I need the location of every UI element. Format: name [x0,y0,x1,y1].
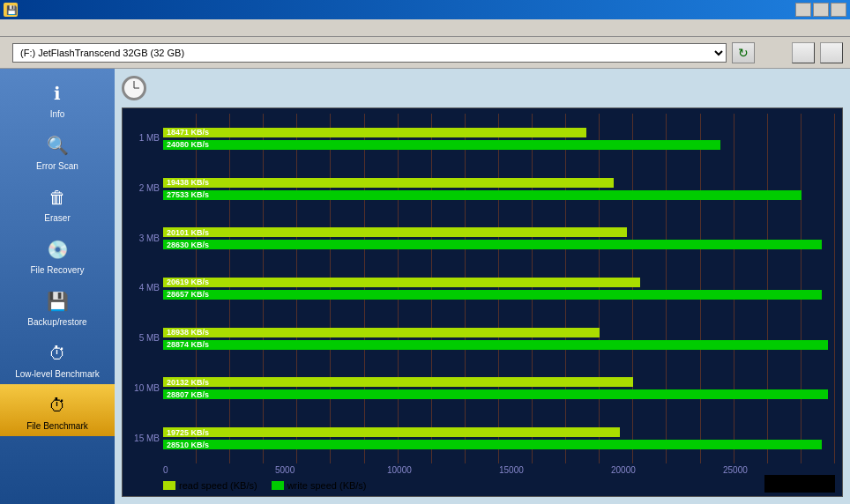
sidebar-item-low-level-benchmark[interactable]: ⏱Low-level Benchmark [0,332,115,384]
y-label-4MB: 4 MB [139,284,160,293]
read-bar: 19438 KB/s [163,178,614,188]
sidebar-item-file-benchmark[interactable]: ⏱File Benchmark [0,384,115,436]
bar-group-1MB: 18471 KB/s24080 KB/s [163,127,835,151]
bar-group-5MB: 18938 KB/s28874 KB/s [163,327,835,351]
read-bar: 20619 KB/s [163,278,640,287]
eraser-icon: 🗑 [41,182,73,213]
error-scan-icon: 🔍 [41,130,73,161]
write-bar-row: 27533 KB/s [163,189,835,201]
minimize-button[interactable] [795,3,811,17]
file-benchmark-icon: ⏱ [41,389,73,421]
info-icon: ℹ [41,78,73,109]
x-axis-label: 5000 [275,465,387,475]
app-icon: 💾 [4,3,18,17]
read-value: 20101 KB/s [167,228,209,237]
write-bar: 28807 KB/s [163,389,828,399]
chart-body: 1 MB2 MB3 MB4 MB5 MB10 MB15 MB 18471 KB/… [126,114,835,463]
x-axis: 0500010000150002000025000 [163,463,835,475]
bar-group-3MB: 20101 KB/s28630 KB/s [163,226,835,250]
x-axis-label: 20000 [611,465,723,475]
backup-restore-label: Backup/restore [27,317,86,327]
content-area: 1 MB2 MB3 MB4 MB5 MB10 MB15 MB 18471 KB/… [115,69,850,504]
sidebar-item-error-scan[interactable]: 🔍Error Scan [0,124,115,176]
benchmark-icon [122,76,146,100]
write-bar-row: 28807 KB/s [163,389,835,400]
write-bar: 24080 KB/s [163,140,720,150]
bars-area: 18471 KB/s24080 KB/s19438 KB/s27533 KB/s… [163,114,835,463]
sidebar-item-info[interactable]: ℹInfo [0,72,115,124]
bar-group-15MB: 19725 KB/s28510 KB/s [163,426,835,450]
content-title [122,76,843,100]
maximize-button[interactable] [813,3,829,17]
write-value: 24080 KB/s [167,140,209,149]
refresh-button[interactable]: ↻ [732,42,755,63]
write-bar: 28510 KB/s [163,440,822,449]
read-value: 19438 KB/s [167,178,209,187]
read-value: 20619 KB/s [167,278,209,286]
write-bar: 28657 KB/s [163,290,822,300]
device-bar: (F:) JetFlashTranscend 32GB (32 GB) ↻ [0,37,850,69]
menu-bar [0,19,850,37]
read-bar: 18938 KB/s [163,328,600,337]
svg-text:💾: 💾 [6,4,18,16]
menu-help[interactable] [32,26,46,30]
title-bar: 💾 [0,0,850,19]
read-bar: 20101 KB/s [163,227,627,237]
eraser-label: Eraser [44,213,70,223]
legend-item: read speed (KB/s) [163,480,257,491]
legend-color [163,481,175,490]
read-value: 20132 KB/s [167,378,209,387]
menu-tools[interactable] [18,26,32,30]
write-bar: 28630 KB/s [163,240,822,249]
read-value: 18471 KB/s [167,128,209,137]
y-label-2MB: 2 MB [139,184,160,193]
y-label-5MB: 5 MB [139,334,160,343]
write-bar-row: 28510 KB/s [163,439,835,450]
x-axis-label: 25000 [723,465,835,475]
bar-group-2MB: 19438 KB/s27533 KB/s [163,177,835,201]
legend-color [272,481,284,490]
format-button[interactable] [792,42,815,63]
low-level-benchmark-label: Low-level Benchmark [15,369,100,379]
read-bar: 18471 KB/s [163,128,586,137]
write-value: 28807 KB/s [167,390,209,399]
file-recovery-label: File Recovery [30,265,84,275]
menu-file[interactable] [4,26,18,30]
y-label-1MB: 1 MB [139,134,160,143]
read-bar-row: 19438 KB/s [163,177,835,189]
read-bar-row: 18938 KB/s [163,327,835,338]
write-value: 28510 KB/s [167,441,209,449]
read-bar-row: 20101 KB/s [163,226,835,238]
legend: read speed (KB/s)write speed (KB/s) [163,480,367,491]
backup-restore-icon: 💾 [41,285,73,317]
device-select[interactable]: (F:) JetFlashTranscend 32GB (32 GB) [12,43,727,63]
screenshot-button[interactable] [820,42,843,63]
close-button[interactable] [831,3,846,17]
write-bar: 27533 KB/s [163,190,802,200]
bar-group-4MB: 20619 KB/s28657 KB/s [163,277,835,300]
write-value: 28657 KB/s [167,290,209,299]
write-bar: 28874 KB/s [163,340,828,350]
sidebar-item-file-recovery[interactable]: 💿File Recovery [0,228,115,280]
file-benchmark-label: File Benchmark [26,421,87,431]
error-scan-label: Error Scan [36,161,78,171]
x-axis-label: 0 [163,465,275,475]
write-bar-row: 28630 KB/s [163,239,835,250]
decorative-block [764,475,835,493]
read-value: 19725 KB/s [167,428,209,437]
low-level-benchmark-icon: ⏱ [41,337,73,369]
sidebar-item-eraser[interactable]: 🗑Eraser [0,176,115,228]
read-bar: 19725 KB/s [163,427,620,437]
write-bar-row: 28657 KB/s [163,289,835,300]
legend-label: read speed (KB/s) [179,480,257,491]
legend-label: write speed (KB/s) [287,480,367,491]
y-label-3MB: 3 MB [139,234,160,243]
legend-item: write speed (KB/s) [272,480,367,491]
window-controls [795,3,846,17]
bar-group-10MB: 20132 KB/s28807 KB/s [163,376,835,400]
file-recovery-icon: 💿 [41,233,73,265]
y-axis: 1 MB2 MB3 MB4 MB5 MB10 MB15 MB [126,114,163,463]
write-value: 27533 KB/s [167,190,209,199]
x-axis-label: 10000 [387,465,499,475]
sidebar-item-backup-restore[interactable]: 💾Backup/restore [0,280,115,332]
